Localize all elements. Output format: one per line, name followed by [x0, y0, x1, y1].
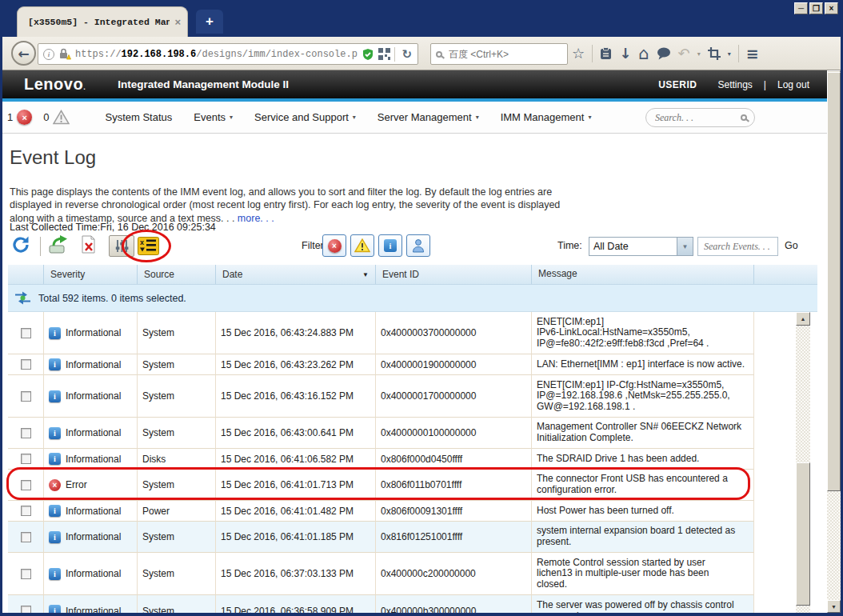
more-link[interactable]: more. . . — [238, 213, 274, 224]
select-arrow-icon[interactable]: ▼ — [677, 238, 693, 255]
error-icon: × — [49, 479, 61, 491]
row-checkbox-cell — [8, 449, 44, 470]
column-event-id[interactable]: Event ID — [376, 265, 532, 284]
scrollbar-thumb[interactable] — [796, 462, 810, 606]
divider — [394, 47, 395, 62]
table-header: Severity Source Date▼ Event ID Message — [8, 264, 817, 285]
row-checkbox[interactable] — [21, 454, 31, 464]
shield-icon[interactable] — [362, 48, 374, 61]
settings-link[interactable]: Settings — [717, 79, 752, 90]
bookmark-star-icon[interactable]: ☆ — [572, 46, 585, 61]
row-checkbox[interactable] — [21, 359, 31, 370]
filter-info-button[interactable]: i — [378, 234, 402, 257]
row-checkbox[interactable] — [21, 506, 31, 516]
chevron-down-icon[interactable]: ▾ — [728, 50, 731, 58]
table-scrollbar[interactable]: ▲ — [796, 312, 810, 613]
scrollbar-thumb[interactable] — [827, 72, 841, 491]
chevron-down-icon[interactable]: ▾ — [697, 50, 701, 58]
minimize-button[interactable]: ─ — [794, 2, 808, 14]
date-cell: 15 Dec 2016, 06:43:16.152 PM — [216, 375, 376, 418]
close-button[interactable]: × — [825, 2, 838, 14]
reload-icon[interactable]: ↻ — [399, 47, 414, 62]
filter-settings-button[interactable] — [109, 235, 134, 257]
maximize-button[interactable]: ❐ — [809, 2, 823, 14]
delete-button[interactable] — [80, 235, 97, 258]
imm-search-input[interactable] — [653, 111, 736, 125]
info-icon: i — [49, 605, 61, 613]
filter-audit-button[interactable] — [406, 234, 430, 257]
scroll-down-icon[interactable]: ▼ — [827, 600, 841, 613]
message-cell: LAN: Ethernet[IMM : ep1] interface is no… — [532, 354, 754, 375]
row-checkbox[interactable] — [21, 569, 31, 579]
go-button[interactable]: Go — [785, 240, 798, 251]
sync-undo-icon[interactable]: ↶ — [678, 46, 690, 61]
export-button[interactable] — [48, 235, 69, 258]
error-status-icon[interactable]: × — [17, 110, 32, 125]
page-description: This page displays the contents of the I… — [10, 186, 574, 226]
chat-bubble-icon[interactable] — [657, 47, 671, 60]
filter-warning-button[interactable] — [350, 234, 374, 257]
column-message[interactable]: Message — [532, 265, 754, 284]
screenshot-crop-icon[interactable] — [708, 47, 721, 60]
filter-error-button[interactable]: × — [322, 234, 346, 257]
qr-code-icon[interactable] — [378, 48, 390, 60]
message-cell: The SDRAID Drive 1 has been added. — [532, 449, 754, 470]
source-cell: System — [138, 553, 216, 595]
nav-server-management[interactable]: Server Management▾ — [378, 111, 479, 123]
tab-close-icon[interactable]: × — [174, 16, 181, 28]
row-checkbox[interactable] — [21, 480, 31, 490]
page-scrollbar[interactable]: ▲ ▼ — [827, 70, 841, 613]
new-tab-button[interactable]: + — [196, 10, 223, 34]
severity-cell: iInformational — [44, 522, 138, 553]
severity-cell: iInformational — [44, 375, 138, 418]
date-cell: 15 Dec 2016, 06:41:01.713 PM — [216, 470, 376, 501]
url-bar[interactable]: i https://192.168.198.6/designs/imm/inde… — [38, 43, 418, 65]
nav-imm-management[interactable]: IMM Management▾ — [501, 111, 592, 123]
message-cell: ENET[CIM:ep1] IPv6-LinkLocal:HstName=x35… — [532, 312, 754, 354]
select-all-header[interactable] — [8, 265, 44, 284]
event-search-input[interactable] — [702, 240, 773, 254]
severity-label: Informational — [66, 454, 121, 465]
scroll-up-icon[interactable]: ▲ — [796, 312, 810, 326]
lock-warning-icon[interactable] — [58, 48, 71, 60]
selection-toggle-icon[interactable] — [14, 290, 32, 306]
table-row: iInformationalSystem15 Dec 2016, 06:43:2… — [8, 354, 754, 375]
row-checkbox[interactable] — [21, 391, 31, 402]
warning-status-icon[interactable] — [53, 110, 70, 125]
nav-service-support[interactable]: Service and Support▾ — [254, 111, 356, 123]
refresh-button[interactable] — [11, 235, 30, 258]
severity-label: Informational — [66, 531, 121, 542]
row-checkbox[interactable] — [21, 532, 31, 542]
date-cell: 15 Dec 2016, 06:43:00.641 PM — [216, 418, 376, 449]
row-checkbox[interactable] — [21, 328, 31, 338]
page-info-icon[interactable]: i — [43, 49, 54, 60]
bookmarks-clipboard-icon[interactable] — [600, 47, 612, 60]
browser-search-input[interactable] — [447, 48, 562, 61]
time-range-select[interactable]: All Date ▼ — [589, 237, 693, 256]
tab-title: [x3550m5] - Integrated Mana··· — [28, 17, 170, 27]
info-icon: i — [49, 390, 61, 402]
browser-tab[interactable]: [x3550m5] - Integrated Mana··· × — [17, 6, 188, 37]
column-source[interactable]: Source — [138, 265, 216, 284]
browser-search-box[interactable] — [430, 43, 568, 65]
lenovo-logo: Lenovo. — [24, 75, 86, 94]
source-cell: Power — [138, 501, 216, 522]
event-search-box[interactable] — [697, 237, 778, 256]
back-button[interactable]: ← — [11, 41, 36, 66]
row-checkbox[interactable] — [21, 606, 31, 613]
row-checkbox[interactable] — [21, 428, 31, 438]
column-severity[interactable]: Severity — [44, 265, 138, 284]
menu-hamburger-icon[interactable]: ≡ — [746, 45, 759, 62]
search-icon — [436, 51, 442, 58]
severity-label: Error — [66, 479, 87, 490]
logout-link[interactable]: Log out — [777, 79, 809, 90]
downloads-icon[interactable]: ↓ — [619, 46, 631, 61]
nav-system-status[interactable]: System Status — [105, 111, 172, 123]
column-date[interactable]: Date▼ — [216, 265, 376, 284]
severity-label: Informational — [66, 506, 121, 517]
nav-events[interactable]: Events▾ — [194, 111, 233, 123]
time-label: Time: — [557, 240, 582, 251]
imm-search-box[interactable] — [645, 108, 755, 127]
export-log-button[interactable]: x — [138, 237, 159, 258]
home-icon[interactable]: ⌂ — [638, 46, 649, 62]
